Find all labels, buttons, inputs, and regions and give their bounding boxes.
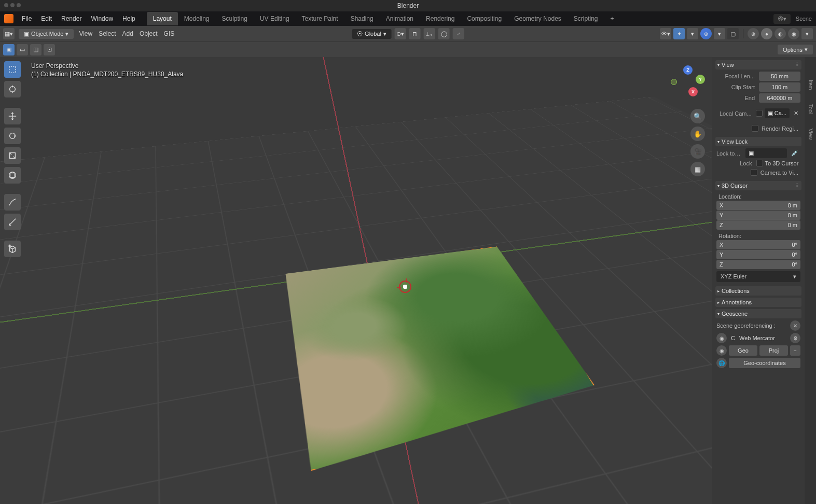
ws-tab-layout[interactable]: Layout	[147, 12, 178, 25]
cursor-x-field[interactable]: X0 m	[716, 201, 800, 210]
header-add[interactable]: Add	[121, 28, 134, 39]
snap-toggle-icon[interactable]: ⊓	[409, 28, 421, 39]
tab-item[interactable]: Item	[807, 78, 814, 92]
cursor-rx-field[interactable]: X0°	[716, 240, 800, 249]
cursor-z-field[interactable]: Z0 m	[716, 220, 800, 230]
blender-logo-icon[interactable]	[4, 14, 13, 23]
panel-3dcursor-header[interactable]: ▾3D Cursor⠿	[715, 181, 801, 190]
globe-icon[interactable]: 🌐	[716, 358, 727, 368]
mode-selector[interactable]: ▣ Object Mode ▾	[19, 29, 74, 39]
pivot-icon[interactable]: ⊙▾	[395, 28, 406, 39]
proportional-icon[interactable]: ◯	[438, 28, 450, 39]
select-mode-2-icon[interactable]: ▭	[17, 44, 28, 55]
rotate-tool-icon[interactable]	[4, 128, 21, 144]
camera-view-icon[interactable]: 🎥	[690, 144, 705, 159]
cursor-tool-icon[interactable]	[4, 81, 21, 97]
clip-end-field[interactable]: 640000 m	[759, 93, 800, 103]
ws-tab-geonodes[interactable]: Geometry Nodes	[508, 12, 568, 25]
georef-clear-icon[interactable]: ✕	[790, 320, 800, 331]
select-mode-3-icon[interactable]: ◫	[30, 44, 42, 55]
move-tool-icon[interactable]	[4, 108, 21, 124]
lock-obj-field[interactable]: ▣	[745, 148, 787, 158]
shading-dropdown-icon[interactable]: ▾	[801, 28, 813, 39]
options-button[interactable]: Options ▾	[778, 45, 813, 54]
crs-radio-icon[interactable]: ◉	[716, 333, 727, 343]
overlay-dropdown-icon[interactable]: ▾	[714, 28, 725, 39]
menu-edit[interactable]: Edit	[40, 13, 53, 24]
tab-view[interactable]: View	[807, 127, 814, 142]
transform-tool-icon[interactable]	[4, 167, 21, 184]
proj-button[interactable]: Proj	[759, 345, 788, 356]
pan-icon[interactable]: ✋	[690, 127, 705, 141]
gizmo-y-axis[interactable]: Y	[696, 75, 705, 84]
ws-tab-uv[interactable]: UV Editing	[254, 12, 296, 25]
shading-solid-icon[interactable]: ●	[761, 28, 772, 39]
origin-clear-icon[interactable]: −	[790, 345, 800, 356]
ws-tab-compositing[interactable]: Compositing	[461, 12, 508, 25]
rotation-mode-dropdown[interactable]: XYZ Euler▾	[716, 271, 800, 282]
gizmo-dropdown-icon[interactable]: ▾	[687, 28, 698, 39]
scale-tool-icon[interactable]	[4, 147, 21, 164]
scene-label[interactable]: Scene	[796, 16, 812, 22]
geo-button[interactable]: Geo	[729, 345, 757, 356]
clear-camera-icon[interactable]: ✕	[792, 110, 800, 117]
ws-tab-modeling[interactable]: Modeling	[178, 12, 216, 25]
crs-settings-icon[interactable]: ⚙	[790, 333, 800, 343]
add-cube-tool-icon[interactable]: +	[4, 241, 21, 257]
ws-tab-sculpting[interactable]: Sculpting	[216, 12, 254, 25]
zoom-icon[interactable]: 🔍	[690, 109, 705, 123]
origin-radio-icon[interactable]: ◉	[716, 345, 727, 356]
panel-view-header[interactable]: ▾View⠿	[715, 60, 801, 69]
ws-tab-animation[interactable]: Animation	[380, 12, 420, 25]
header-object[interactable]: Object	[139, 28, 159, 39]
local-camera-check[interactable]	[756, 110, 763, 117]
focal-length-field[interactable]: 50 mm	[759, 72, 800, 81]
ws-tab-rendering[interactable]: Rendering	[420, 12, 461, 25]
geo-coordinates-button[interactable]: Geo-coordinates	[729, 358, 800, 368]
lock-cursor-check[interactable]	[756, 160, 763, 166]
shading-material-icon[interactable]: ◐	[774, 28, 786, 39]
ws-tab-scripting[interactable]: Scripting	[568, 12, 604, 25]
camera-to-view-check[interactable]	[751, 169, 757, 176]
navigation-gizmo[interactable]: Z Y X	[670, 63, 706, 100]
header-select[interactable]: Select	[98, 28, 117, 39]
snap-type-icon[interactable]: ⟂▾	[424, 28, 435, 39]
eyedropper-icon[interactable]: 💉	[789, 150, 800, 157]
render-region-check[interactable]	[752, 125, 758, 132]
scene-dropdown-icon[interactable]: 🞋▾	[773, 14, 791, 24]
ws-tab-texture[interactable]: Texture Paint	[296, 12, 344, 25]
ws-tab-shading[interactable]: Shading	[344, 12, 380, 25]
select-mode-4-icon[interactable]: ⊡	[44, 44, 55, 55]
select-box-tool-icon[interactable]	[4, 61, 21, 78]
select-tool-mode-icon[interactable]: ▣	[3, 44, 15, 55]
cursor-y-field[interactable]: Y0 m	[716, 211, 800, 220]
menu-file[interactable]: File	[21, 13, 33, 24]
header-gis[interactable]: GIS	[163, 28, 176, 39]
clip-start-field[interactable]: 100 m	[759, 82, 800, 92]
panel-viewlock-header[interactable]: ▾View Lock	[715, 137, 801, 146]
cursor-ry-field[interactable]: Y0°	[716, 250, 800, 259]
editor-type-icon[interactable]: ▦▾	[3, 28, 15, 39]
visibility-filter-icon[interactable]: 👁▾	[660, 28, 671, 39]
3d-viewport[interactable]: User Perspective (1) Collection | PNOA_M…	[0, 57, 712, 504]
gizmo-toggle-icon[interactable]: ✦	[673, 28, 685, 39]
panel-geoscene-header[interactable]: ▾Geoscene	[715, 309, 801, 318]
cursor-rz-field[interactable]: Z0°	[716, 260, 800, 269]
overlay-toggle-icon[interactable]: ⊕	[700, 28, 712, 39]
gizmo-x-axis[interactable]: X	[688, 87, 698, 96]
orientation-selector[interactable]: 🞊 Global ▾	[352, 29, 392, 39]
tab-tool[interactable]: Tool	[807, 102, 814, 116]
measure-tool-icon[interactable]	[4, 214, 21, 230]
menu-window[interactable]: Window	[90, 13, 114, 24]
shading-wireframe-icon[interactable]: ⊕	[748, 28, 759, 39]
proportional-falloff-icon[interactable]: ⟋	[453, 28, 464, 39]
local-camera-field[interactable]: ▣ Ca...	[765, 108, 790, 118]
panel-collections-header[interactable]: ▸Collections	[715, 286, 801, 296]
menu-render[interactable]: Render	[60, 13, 82, 24]
header-view[interactable]: View	[78, 28, 93, 39]
panel-annotations-header[interactable]: ▸Annotations	[715, 298, 801, 307]
ws-add-tab[interactable]: +	[604, 12, 620, 25]
perspective-toggle-icon[interactable]: ▦	[690, 162, 705, 176]
window-controls[interactable]	[4, 3, 21, 7]
xray-icon[interactable]: ▢	[727, 28, 739, 39]
